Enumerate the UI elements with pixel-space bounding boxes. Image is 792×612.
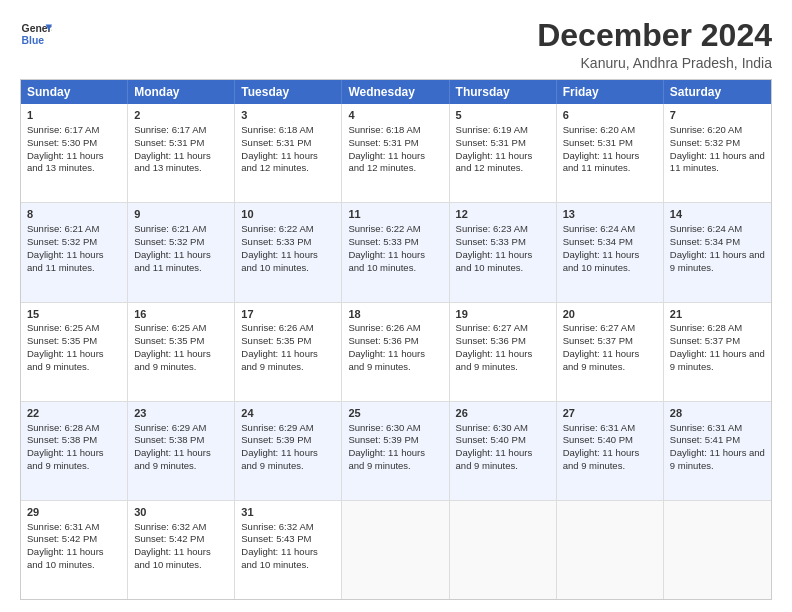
daylight-text: Daylight: 11 hours and 9 minutes. <box>348 348 425 372</box>
calendar-cell: 24Sunrise: 6:29 AMSunset: 5:39 PMDayligh… <box>235 402 342 500</box>
sunset-text: Sunset: 5:33 PM <box>241 236 311 247</box>
calendar-cell: 2Sunrise: 6:17 AMSunset: 5:31 PMDaylight… <box>128 104 235 202</box>
sunrise-text: Sunrise: 6:23 AM <box>456 223 528 234</box>
day-header: Tuesday <box>235 80 342 104</box>
sunset-text: Sunset: 5:39 PM <box>348 434 418 445</box>
sunset-text: Sunset: 5:33 PM <box>456 236 526 247</box>
daylight-text: Daylight: 11 hours and 9 minutes. <box>27 348 104 372</box>
calendar-cell: 13Sunrise: 6:24 AMSunset: 5:34 PMDayligh… <box>557 203 664 301</box>
sunset-text: Sunset: 5:35 PM <box>241 335 311 346</box>
day-number: 12 <box>456 207 550 222</box>
sunrise-text: Sunrise: 6:28 AM <box>27 422 99 433</box>
sunset-text: Sunset: 5:31 PM <box>241 137 311 148</box>
sunset-text: Sunset: 5:42 PM <box>134 533 204 544</box>
sunrise-text: Sunrise: 6:29 AM <box>134 422 206 433</box>
daylight-text: Daylight: 11 hours and 9 minutes. <box>670 447 765 471</box>
sunset-text: Sunset: 5:37 PM <box>563 335 633 346</box>
day-number: 21 <box>670 307 765 322</box>
calendar-cell: 7Sunrise: 6:20 AMSunset: 5:32 PMDaylight… <box>664 104 771 202</box>
calendar-cell: 25Sunrise: 6:30 AMSunset: 5:39 PMDayligh… <box>342 402 449 500</box>
calendar-row: 8Sunrise: 6:21 AMSunset: 5:32 PMDaylight… <box>21 202 771 301</box>
daylight-text: Daylight: 11 hours and 9 minutes. <box>241 348 318 372</box>
subtitle: Kanuru, Andhra Pradesh, India <box>537 55 772 71</box>
day-number: 8 <box>27 207 121 222</box>
day-number: 16 <box>134 307 228 322</box>
calendar-cell: 5Sunrise: 6:19 AMSunset: 5:31 PMDaylight… <box>450 104 557 202</box>
sunrise-text: Sunrise: 6:22 AM <box>348 223 420 234</box>
day-number: 6 <box>563 108 657 123</box>
day-number: 24 <box>241 406 335 421</box>
calendar-row: 29Sunrise: 6:31 AMSunset: 5:42 PMDayligh… <box>21 500 771 599</box>
sunrise-text: Sunrise: 6:19 AM <box>456 124 528 135</box>
sunrise-text: Sunrise: 6:24 AM <box>670 223 742 234</box>
calendar-cell: 6Sunrise: 6:20 AMSunset: 5:31 PMDaylight… <box>557 104 664 202</box>
day-number: 15 <box>27 307 121 322</box>
sunset-text: Sunset: 5:41 PM <box>670 434 740 445</box>
day-number: 2 <box>134 108 228 123</box>
sunset-text: Sunset: 5:32 PM <box>27 236 97 247</box>
sunset-text: Sunset: 5:39 PM <box>241 434 311 445</box>
page: General Blue December 2024 Kanuru, Andhr… <box>0 0 792 612</box>
calendar-cell: 10Sunrise: 6:22 AMSunset: 5:33 PMDayligh… <box>235 203 342 301</box>
daylight-text: Daylight: 11 hours and 10 minutes. <box>456 249 533 273</box>
day-number: 23 <box>134 406 228 421</box>
sunset-text: Sunset: 5:31 PM <box>456 137 526 148</box>
daylight-text: Daylight: 11 hours and 11 minutes. <box>27 249 104 273</box>
sunset-text: Sunset: 5:40 PM <box>456 434 526 445</box>
day-number: 28 <box>670 406 765 421</box>
day-number: 4 <box>348 108 442 123</box>
sunset-text: Sunset: 5:36 PM <box>348 335 418 346</box>
sunrise-text: Sunrise: 6:20 AM <box>670 124 742 135</box>
sunrise-text: Sunrise: 6:18 AM <box>348 124 420 135</box>
day-header: Friday <box>557 80 664 104</box>
sunset-text: Sunset: 5:43 PM <box>241 533 311 544</box>
calendar-row: 15Sunrise: 6:25 AMSunset: 5:35 PMDayligh… <box>21 302 771 401</box>
sunrise-text: Sunrise: 6:29 AM <box>241 422 313 433</box>
calendar-cell: 16Sunrise: 6:25 AMSunset: 5:35 PMDayligh… <box>128 303 235 401</box>
day-number: 22 <box>27 406 121 421</box>
calendar-cell: 31Sunrise: 6:32 AMSunset: 5:43 PMDayligh… <box>235 501 342 599</box>
sunset-text: Sunset: 5:35 PM <box>27 335 97 346</box>
sunrise-text: Sunrise: 6:32 AM <box>134 521 206 532</box>
calendar-cell: 27Sunrise: 6:31 AMSunset: 5:40 PMDayligh… <box>557 402 664 500</box>
sunrise-text: Sunrise: 6:25 AM <box>134 322 206 333</box>
calendar-body: 1Sunrise: 6:17 AMSunset: 5:30 PMDaylight… <box>21 104 771 599</box>
daylight-text: Daylight: 11 hours and 9 minutes. <box>670 348 765 372</box>
calendar-cell: 12Sunrise: 6:23 AMSunset: 5:33 PMDayligh… <box>450 203 557 301</box>
calendar-cell: 26Sunrise: 6:30 AMSunset: 5:40 PMDayligh… <box>450 402 557 500</box>
day-number: 29 <box>27 505 121 520</box>
logo-icon: General Blue <box>20 18 52 50</box>
sunrise-text: Sunrise: 6:26 AM <box>348 322 420 333</box>
sunrise-text: Sunrise: 6:20 AM <box>563 124 635 135</box>
day-number: 20 <box>563 307 657 322</box>
calendar-cell: 3Sunrise: 6:18 AMSunset: 5:31 PMDaylight… <box>235 104 342 202</box>
sunset-text: Sunset: 5:36 PM <box>456 335 526 346</box>
calendar-cell: 23Sunrise: 6:29 AMSunset: 5:38 PMDayligh… <box>128 402 235 500</box>
day-number: 27 <box>563 406 657 421</box>
daylight-text: Daylight: 11 hours and 9 minutes. <box>456 348 533 372</box>
calendar-cell <box>342 501 449 599</box>
day-header: Saturday <box>664 80 771 104</box>
day-number: 7 <box>670 108 765 123</box>
calendar-cell: 14Sunrise: 6:24 AMSunset: 5:34 PMDayligh… <box>664 203 771 301</box>
daylight-text: Daylight: 11 hours and 11 minutes. <box>670 150 765 174</box>
daylight-text: Daylight: 11 hours and 11 minutes. <box>134 249 211 273</box>
sunset-text: Sunset: 5:35 PM <box>134 335 204 346</box>
daylight-text: Daylight: 11 hours and 9 minutes. <box>456 447 533 471</box>
sunrise-text: Sunrise: 6:17 AM <box>27 124 99 135</box>
daylight-text: Daylight: 11 hours and 12 minutes. <box>456 150 533 174</box>
sunset-text: Sunset: 5:32 PM <box>670 137 740 148</box>
daylight-text: Daylight: 11 hours and 9 minutes. <box>27 447 104 471</box>
daylight-text: Daylight: 11 hours and 9 minutes. <box>134 348 211 372</box>
daylight-text: Daylight: 11 hours and 10 minutes. <box>134 546 211 570</box>
logo: General Blue <box>20 18 52 50</box>
sunrise-text: Sunrise: 6:17 AM <box>134 124 206 135</box>
daylight-text: Daylight: 11 hours and 10 minutes. <box>348 249 425 273</box>
sunrise-text: Sunrise: 6:22 AM <box>241 223 313 234</box>
sunset-text: Sunset: 5:34 PM <box>563 236 633 247</box>
calendar-cell <box>557 501 664 599</box>
sunrise-text: Sunrise: 6:27 AM <box>456 322 528 333</box>
sunrise-text: Sunrise: 6:30 AM <box>456 422 528 433</box>
day-number: 5 <box>456 108 550 123</box>
daylight-text: Daylight: 11 hours and 13 minutes. <box>134 150 211 174</box>
